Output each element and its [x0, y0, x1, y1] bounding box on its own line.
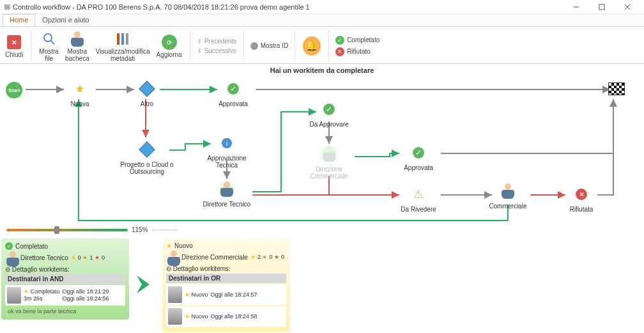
svg-point-4 — [44, 34, 52, 42]
separator — [190, 31, 190, 61]
warning-icon: ⚠ — [413, 187, 424, 201]
check-icon: ✓ — [335, 36, 344, 45]
person-icon — [219, 182, 234, 197]
ribbon-tabs: Home Opzioni e aiuto — [0, 14, 644, 27]
avatar — [168, 308, 182, 325]
view-metadata[interactable]: Visualizza/modifica metadati — [95, 29, 151, 62]
circle-icon — [250, 42, 258, 50]
person-icon — [500, 183, 516, 199]
separator — [328, 31, 329, 61]
diamond-icon — [139, 141, 155, 157]
x-icon: ✕ — [576, 189, 587, 200]
node-commerciale[interactable]: Commerciale — [482, 181, 533, 210]
node-approvata2[interactable]: ✓ Approvata — [393, 143, 444, 171]
tab-options[interactable]: Opzioni e aiuto — [35, 14, 96, 26]
workitem-comment: ok va bene la parte tecnica — [5, 307, 125, 316]
card-stats: ★2 ★0 ★0 — [250, 254, 284, 260]
node-dir-commerciale[interactable]: Direzione Commerciale — [303, 144, 355, 180]
node-progetto[interactable]: Progetto o Cloud o Outsourcing — [115, 139, 179, 175]
check-icon: ✓ — [5, 242, 13, 250]
show-file-label: Mostra file — [39, 48, 59, 62]
nav-group: ⬆Precedente ⬇Successivo — [197, 29, 237, 62]
card-stats: ★0 ★1 ★0 — [71, 254, 105, 261]
svg-line-5 — [51, 41, 54, 44]
bell-action[interactable]: 🔔 — [302, 29, 322, 62]
avatar — [168, 286, 182, 303]
app-icon: ▦ — [4, 3, 10, 11]
separator — [31, 31, 31, 61]
slider-thumb[interactable] — [54, 226, 59, 234]
finish-flag-icon — [608, 82, 625, 95]
minimize-button[interactable] — [564, 1, 589, 13]
refresh-icon: ⟳ — [160, 33, 178, 51]
rejected-action[interactable]: ✕Rifiutato — [335, 47, 379, 56]
person-icon — [166, 251, 179, 263]
star-icon: ★ — [75, 82, 85, 96]
workitem-row[interactable]: ★ Nuovo Oggi alle 18:24:57 — [166, 284, 286, 305]
close-label: Chiudi — [5, 51, 23, 58]
node-approv-tecnica[interactable]: i Approvazione Tecnica — [201, 133, 252, 169]
card-role: Direttore Tecnico — [20, 254, 68, 261]
node-nuova[interactable]: ★ Nuova — [54, 79, 105, 107]
next-item: ⬇Successivo — [197, 47, 237, 54]
diamond-icon — [139, 81, 155, 97]
refresh[interactable]: ⟳ Aggiorna — [155, 29, 183, 62]
svg-rect-1 — [599, 4, 604, 10]
detail-toggle[interactable]: ⊖ Dettaglio workitems: — [166, 265, 286, 272]
card-status: Nuovo — [174, 242, 193, 249]
zoom-slider[interactable] — [6, 229, 128, 231]
show-board[interactable]: Mostra bacheca — [64, 29, 91, 62]
window-title: Controllo workflow - DA PRO 100 Berens S… — [13, 3, 564, 11]
id-group: Mostra ID — [250, 29, 288, 62]
check-icon: ✓ — [227, 83, 239, 95]
workitem-row[interactable]: ★ Nuovo Oggi alle 18:24:58 — [166, 306, 286, 327]
recipients-header: Destinatari in OR — [166, 274, 286, 283]
svg-rect-7 — [121, 33, 124, 45]
person-icon — [70, 31, 85, 47]
card-completed[interactable]: ✓ Completato Direttore Tecnico ★0 ★1 ★0 … — [1, 238, 129, 320]
x-icon: ✕ — [335, 47, 344, 56]
up-arrow-icon: ⬆ — [197, 38, 202, 45]
card-status: Completato — [15, 243, 48, 250]
zoom-value: 115% — [132, 226, 148, 233]
node-altro[interactable]: Altro — [121, 79, 172, 107]
ribbon: ✕ Chiudi Mostra file Mostra bacheca Visu… — [0, 27, 644, 64]
workitem-banner: Hai un workitem da completare — [0, 64, 644, 77]
close-button[interactable] — [615, 1, 640, 13]
node-direttore-tecnico[interactable]: Direttore Tecnico — [201, 179, 252, 208]
card-new[interactable]: ★ Nuovo Direzione Commerciale ★2 ★0 ★0 ⊖… — [162, 238, 290, 332]
info-icon: i — [222, 138, 232, 148]
node-finish[interactable] — [604, 79, 629, 100]
workitem-row[interactable]: ★ Completato 3m 26s Oggi alle 18:21:29 O… — [5, 285, 125, 306]
check-icon: ✓ — [323, 104, 335, 115]
node-approvata1[interactable]: ✓ Approvata — [208, 79, 259, 107]
node-rifiutata[interactable]: ✕ Rifiutata — [556, 184, 607, 213]
node-start[interactable]: Start — [1, 80, 27, 102]
node-da-rivedere[interactable]: ⚠ Da Rivedere — [393, 184, 444, 213]
zoom-slider-row: 115% — [0, 224, 644, 236]
refresh-label: Aggiorna — [157, 51, 182, 58]
show-id[interactable]: Mostra ID — [250, 42, 288, 50]
svg-rect-8 — [126, 33, 128, 45]
maximize-button[interactable] — [589, 1, 615, 13]
show-file[interactable]: Mostra file — [38, 29, 60, 62]
check-icon: ✓ — [413, 147, 424, 159]
workflow-canvas[interactable]: Start ★ Nuova Altro ✓ Approvata Progetto… — [0, 77, 644, 224]
close-action[interactable]: ✕ Chiudi — [4, 29, 24, 62]
tab-home[interactable]: Home — [3, 14, 35, 26]
person-icon — [321, 146, 337, 162]
completed-action[interactable]: ✓Completato — [335, 36, 379, 45]
node-da-approvare[interactable]: ✓ Da Approvare — [303, 99, 355, 128]
zoom-track-extension — [152, 229, 178, 231]
detail-toggle[interactable]: ⊖ Dettaglio workitems: — [5, 266, 125, 273]
avatar — [7, 287, 21, 304]
arrow-icon — [134, 273, 157, 297]
show-board-label: Mostra bacheca — [65, 48, 89, 62]
view-metadata-label: Visualizza/modifica metadati — [96, 48, 150, 62]
titlebar: ▦ Controllo workflow - DA PRO 100 Berens… — [0, 0, 644, 14]
magnifier-icon — [40, 30, 58, 48]
prev-item: ⬆Precedente — [197, 38, 237, 45]
workitem-cards: ✓ Completato Direttore Tecnico ★0 ★1 ★0 … — [0, 236, 644, 333]
columns-icon — [114, 30, 132, 48]
bell-icon: 🔔 — [303, 36, 321, 56]
